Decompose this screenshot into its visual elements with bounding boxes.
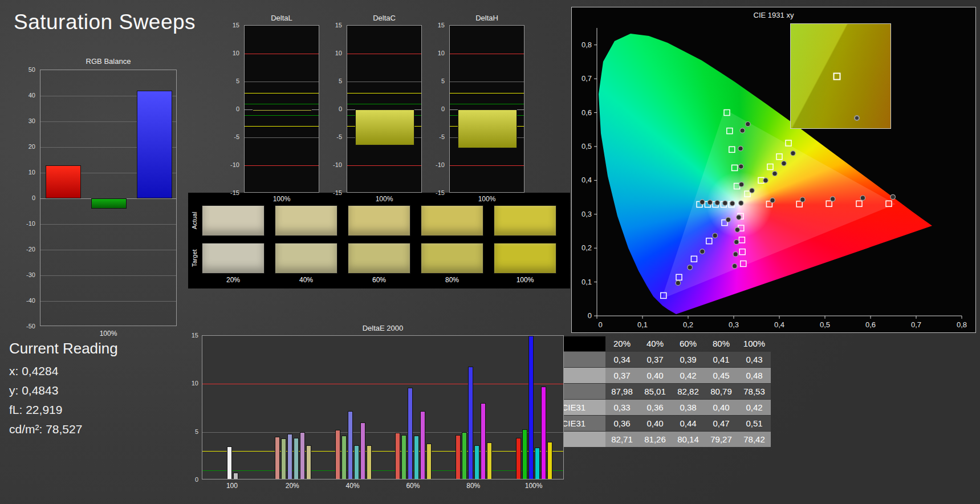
x-tick-label: 0,3 <box>729 320 739 329</box>
red-measured-marker <box>800 197 805 202</box>
cie-plot: 00,10,20,30,40,50,60,70,800,10,20,30,40,… <box>572 7 977 334</box>
red-measured-marker <box>830 197 835 201</box>
y-tick-label: 0,2 <box>582 243 592 252</box>
current-reading: Current Reading x: 0,4284y: 0,4843fL: 22… <box>9 340 118 442</box>
inset-target-marker <box>833 72 840 80</box>
x-tick-label: 60% <box>383 482 444 490</box>
table-cell: 0,34 <box>605 352 639 367</box>
swatch-col-label: 80% <box>421 276 483 284</box>
target-swatch <box>202 243 265 274</box>
table-cell: 0,40 <box>705 400 738 415</box>
y-tick-label: 5 <box>441 77 445 85</box>
chart-bar <box>137 91 172 198</box>
cie-1931-panel: CIE 1931 xy 00,10,20,30,40,50,60,70,800,… <box>571 7 976 333</box>
table-cell: 0,36 <box>605 416 639 431</box>
deltae-bar <box>360 422 365 479</box>
inset-measured-marker <box>854 115 860 121</box>
chart-plot-area <box>244 25 319 193</box>
y-tick-label: 0 <box>588 311 592 320</box>
green-measured-marker <box>746 122 750 127</box>
reference-line-red <box>202 384 563 384</box>
y-tick-label: 10 <box>233 49 239 57</box>
chart-title: DeltaL <box>244 14 319 22</box>
deltae-bar <box>367 445 372 479</box>
y-tick-label: -40 <box>26 296 35 304</box>
delta-l-chart: DeltaL -15-10-5051015 100% <box>222 14 325 221</box>
x-tick-label: 100% <box>503 482 564 490</box>
deltae-bar <box>474 445 479 479</box>
y-axis-labels: -50-40-30-20-1001020304050 <box>13 70 38 326</box>
cie-plot-group: 00,10,20,30,40,50,60,70,800,10,20,30,40,… <box>582 28 967 329</box>
y-tick-label: 15 <box>192 331 198 339</box>
deltae-bar <box>522 429 527 479</box>
y-tick-label: -15 <box>333 189 342 197</box>
table-col-header: 100% <box>738 336 771 351</box>
chart-bar <box>91 198 127 209</box>
green-measured-marker <box>739 164 743 169</box>
y-tick-label: -5 <box>439 133 445 141</box>
chart-title: DeltaC <box>347 14 422 22</box>
yellow-measured-marker <box>772 171 777 176</box>
target-swatch <box>348 243 410 274</box>
table-cell: 82,71 <box>605 432 639 447</box>
table-cell: 0,43 <box>738 352 771 367</box>
y-tick-label: 10 <box>29 168 35 176</box>
green-measured-marker <box>739 182 743 186</box>
x-tick-label: 40% <box>323 482 383 490</box>
y-tick-label: 0,4 <box>582 176 592 184</box>
cyan-measured-marker <box>715 200 719 205</box>
yellow-measured-marker <box>750 188 754 193</box>
x-axis-label: 100% <box>40 330 177 338</box>
yellow-measured-marker <box>782 161 786 165</box>
current-reading-value: y: 0,4843 <box>9 384 118 397</box>
table-col-header: 20% <box>605 336 639 351</box>
deltae-bar <box>420 411 425 479</box>
magenta-measured-marker <box>734 239 739 244</box>
reference-line-upper-yellow <box>450 93 524 94</box>
current-reading-title: Current Reading <box>9 340 118 357</box>
swatch-col-label: 40% <box>275 276 337 284</box>
target-swatch <box>421 243 483 274</box>
y-tick-label: -10 <box>26 220 35 227</box>
x-tick-label: 0,4 <box>774 320 784 329</box>
gridline <box>450 82 524 82</box>
x-tick-label: 20% <box>262 482 323 490</box>
current-reading-value: fL: 22,919 <box>9 403 118 417</box>
y-tick-label: -10 <box>333 161 342 169</box>
chart-plot-area <box>347 25 422 193</box>
x-tick-label: 0,5 <box>820 320 830 329</box>
reference-line-upper-red <box>450 54 524 54</box>
table-cell: 0,40 <box>639 368 672 383</box>
gridline <box>245 137 319 138</box>
gridline <box>40 250 176 250</box>
yellow-measured-marker <box>763 178 768 182</box>
y-tick-label: 15 <box>438 21 445 29</box>
deltae-bar <box>395 433 400 479</box>
y-axis-labels: 051015 <box>189 335 201 479</box>
y-tick-label: 20 <box>29 143 35 151</box>
target-swatch <box>494 243 556 274</box>
table-cell: 79,27 <box>705 432 738 447</box>
x-tick-label: 0,1 <box>637 320 648 329</box>
y-tick-label: -10 <box>436 161 445 169</box>
y-tick-label: 0 <box>339 105 342 113</box>
green-measured-marker <box>740 128 745 133</box>
gridline <box>245 82 319 82</box>
y-tick-label: 0,8 <box>582 40 592 49</box>
gridline <box>40 275 176 276</box>
chart-bar <box>355 109 414 145</box>
x-tick-label: 0 <box>598 320 602 329</box>
chart-bar <box>458 109 517 148</box>
table-cell: 82,82 <box>672 384 705 399</box>
y-tick-label: 5 <box>339 77 342 85</box>
swatch-row-label: Actual <box>190 205 199 236</box>
cyan-measured-marker <box>707 200 712 205</box>
y-tick-label: 0 <box>195 475 198 483</box>
deltae-bar <box>341 436 347 479</box>
x-tick-label: 100 <box>202 482 262 490</box>
blue-measured-marker <box>713 233 717 238</box>
reference-line-lower-red <box>245 165 319 166</box>
table-cell: 0,38 <box>672 400 705 415</box>
table-cell: 0,33 <box>605 400 639 415</box>
x-tick-label: 80% <box>443 482 503 490</box>
